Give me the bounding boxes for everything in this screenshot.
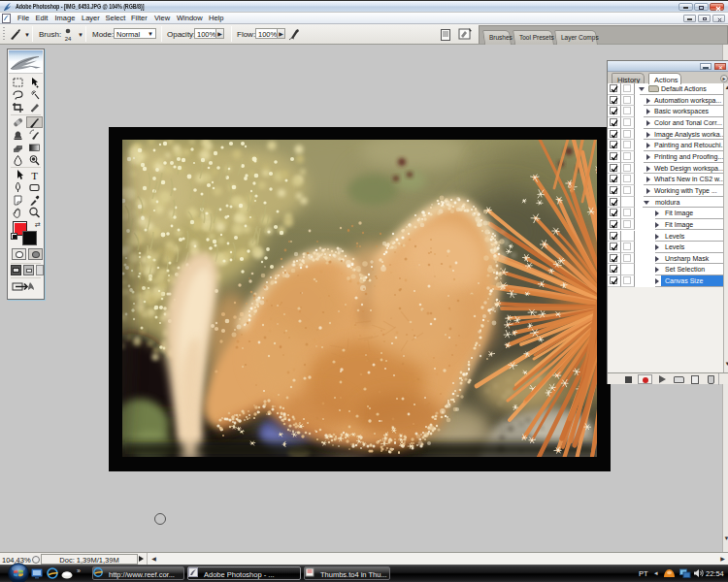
svg-text:T: T [31, 170, 38, 181]
svg-text:24: 24 [65, 36, 72, 42]
